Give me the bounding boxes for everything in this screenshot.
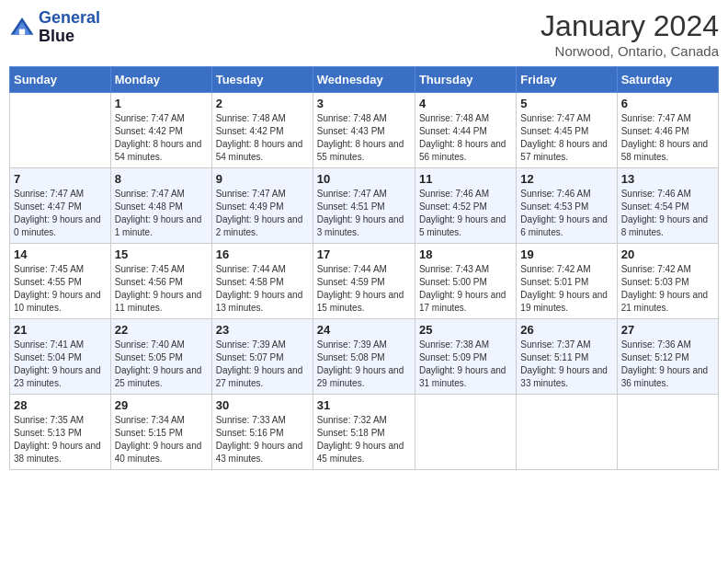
day-info: Sunrise: 7:48 AM Sunset: 4:44 PM Dayligh… (419, 112, 512, 164)
day-info: Sunrise: 7:47 AM Sunset: 4:46 PM Dayligh… (621, 112, 714, 164)
calendar-cell: 23Sunrise: 7:39 AM Sunset: 5:07 PM Dayli… (211, 319, 313, 395)
week-row-4: 21Sunrise: 7:41 AM Sunset: 5:04 PM Dayli… (10, 319, 719, 395)
day-info: Sunrise: 7:48 AM Sunset: 4:43 PM Dayligh… (317, 112, 411, 164)
day-number: 1 (115, 97, 208, 110)
calendar-cell (415, 395, 516, 470)
day-number: 24 (317, 323, 411, 337)
day-number: 11 (419, 172, 512, 186)
calendar-cell: 28Sunrise: 7:35 AM Sunset: 5:13 PM Dayli… (10, 395, 111, 470)
calendar-cell: 19Sunrise: 7:42 AM Sunset: 5:01 PM Dayli… (517, 244, 617, 319)
svg-rect-2 (19, 29, 25, 34)
day-number: 22 (115, 323, 208, 337)
calendar-cell: 7Sunrise: 7:47 AM Sunset: 4:47 PM Daylig… (10, 168, 111, 244)
day-info: Sunrise: 7:33 AM Sunset: 5:16 PM Dayligh… (216, 414, 309, 465)
day-info: Sunrise: 7:44 AM Sunset: 4:58 PM Dayligh… (216, 263, 309, 315)
calendar-cell: 8Sunrise: 7:47 AM Sunset: 4:48 PM Daylig… (110, 168, 211, 244)
calendar-cell: 24Sunrise: 7:39 AM Sunset: 5:08 PM Dayli… (313, 319, 415, 395)
calendar-cell: 17Sunrise: 7:44 AM Sunset: 4:59 PM Dayli… (313, 244, 415, 319)
day-info: Sunrise: 7:35 AM Sunset: 5:13 PM Dayligh… (14, 414, 107, 465)
day-info: Sunrise: 7:46 AM Sunset: 4:54 PM Dayligh… (621, 188, 714, 239)
day-info: Sunrise: 7:46 AM Sunset: 4:53 PM Dayligh… (520, 188, 612, 239)
calendar-cell: 12Sunrise: 7:46 AM Sunset: 4:53 PM Dayli… (517, 168, 617, 244)
header-cell-wednesday: Wednesday (313, 67, 415, 93)
calendar-cell: 6Sunrise: 7:47 AM Sunset: 4:46 PM Daylig… (617, 93, 718, 168)
calendar-cell: 11Sunrise: 7:46 AM Sunset: 4:52 PM Dayli… (415, 168, 516, 244)
day-number: 19 (520, 247, 612, 261)
day-number: 13 (621, 172, 714, 186)
day-number: 7 (14, 172, 107, 186)
calendar-cell (10, 93, 111, 168)
day-number: 23 (216, 323, 309, 337)
day-info: Sunrise: 7:47 AM Sunset: 4:49 PM Dayligh… (216, 188, 309, 239)
day-info: Sunrise: 7:47 AM Sunset: 4:42 PM Dayligh… (115, 112, 208, 164)
header-cell-thursday: Thursday (415, 67, 516, 93)
page-header: General Blue January 2024 Norwood, Ontar… (9, 9, 719, 59)
day-info: Sunrise: 7:36 AM Sunset: 5:12 PM Dayligh… (621, 339, 714, 390)
header-cell-friday: Friday (517, 67, 617, 93)
calendar-cell: 21Sunrise: 7:41 AM Sunset: 5:04 PM Dayli… (10, 319, 111, 395)
day-info: Sunrise: 7:40 AM Sunset: 5:05 PM Dayligh… (115, 339, 208, 390)
calendar-cell (617, 395, 718, 470)
calendar-subtitle: Norwood, Ontario, Canada (540, 43, 719, 59)
calendar-cell: 10Sunrise: 7:47 AM Sunset: 4:51 PM Dayli… (313, 168, 415, 244)
day-info: Sunrise: 7:46 AM Sunset: 4:52 PM Dayligh… (419, 188, 512, 239)
calendar-cell: 20Sunrise: 7:42 AM Sunset: 5:03 PM Dayli… (617, 244, 718, 319)
day-info: Sunrise: 7:47 AM Sunset: 4:51 PM Dayligh… (317, 188, 411, 239)
day-number: 31 (317, 398, 411, 412)
day-number: 14 (14, 247, 107, 261)
calendar-cell: 3Sunrise: 7:48 AM Sunset: 4:43 PM Daylig… (313, 93, 415, 168)
day-info: Sunrise: 7:45 AM Sunset: 4:56 PM Dayligh… (115, 263, 208, 315)
calendar-cell: 31Sunrise: 7:32 AM Sunset: 5:18 PM Dayli… (313, 395, 415, 470)
header-row: SundayMondayTuesdayWednesdayThursdayFrid… (10, 67, 719, 93)
day-number: 26 (520, 323, 612, 337)
day-info: Sunrise: 7:39 AM Sunset: 5:07 PM Dayligh… (216, 339, 309, 390)
day-number: 25 (419, 323, 512, 337)
header-cell-tuesday: Tuesday (211, 67, 313, 93)
day-number: 30 (216, 398, 309, 412)
day-info: Sunrise: 7:45 AM Sunset: 4:55 PM Dayligh… (14, 263, 107, 315)
day-number: 16 (216, 247, 309, 261)
day-info: Sunrise: 7:42 AM Sunset: 5:01 PM Dayligh… (520, 263, 612, 315)
day-number: 6 (621, 97, 714, 110)
logo-icon (9, 15, 35, 40)
calendar-cell: 26Sunrise: 7:37 AM Sunset: 5:11 PM Dayli… (517, 319, 617, 395)
day-info: Sunrise: 7:42 AM Sunset: 5:03 PM Dayligh… (621, 263, 714, 315)
day-info: Sunrise: 7:38 AM Sunset: 5:09 PM Dayligh… (419, 339, 512, 390)
header-cell-saturday: Saturday (617, 67, 718, 93)
day-number: 27 (621, 323, 714, 337)
day-number: 9 (216, 172, 309, 186)
day-info: Sunrise: 7:47 AM Sunset: 4:45 PM Dayligh… (520, 112, 612, 164)
day-info: Sunrise: 7:39 AM Sunset: 5:08 PM Dayligh… (317, 339, 411, 390)
day-info: Sunrise: 7:34 AM Sunset: 5:15 PM Dayligh… (115, 414, 208, 465)
day-info: Sunrise: 7:44 AM Sunset: 4:59 PM Dayligh… (317, 263, 411, 315)
day-number: 5 (520, 97, 612, 110)
calendar-cell: 27Sunrise: 7:36 AM Sunset: 5:12 PM Dayli… (617, 319, 718, 395)
calendar-cell: 25Sunrise: 7:38 AM Sunset: 5:09 PM Dayli… (415, 319, 516, 395)
calendar-cell: 5Sunrise: 7:47 AM Sunset: 4:45 PM Daylig… (517, 93, 617, 168)
day-number: 21 (14, 323, 107, 337)
calendar-cell (517, 395, 617, 470)
day-info: Sunrise: 7:41 AM Sunset: 5:04 PM Dayligh… (14, 339, 107, 390)
calendar-cell: 30Sunrise: 7:33 AM Sunset: 5:16 PM Dayli… (211, 395, 313, 470)
header-cell-monday: Monday (110, 67, 211, 93)
day-number: 8 (115, 172, 208, 186)
calendar-cell: 4Sunrise: 7:48 AM Sunset: 4:44 PM Daylig… (415, 93, 516, 168)
calendar-cell: 2Sunrise: 7:48 AM Sunset: 4:42 PM Daylig… (211, 93, 313, 168)
calendar-cell: 14Sunrise: 7:45 AM Sunset: 4:55 PM Dayli… (10, 244, 111, 319)
day-number: 4 (419, 97, 512, 110)
day-number: 10 (317, 172, 411, 186)
calendar-cell: 16Sunrise: 7:44 AM Sunset: 4:58 PM Dayli… (211, 244, 313, 319)
day-number: 12 (520, 172, 612, 186)
logo-text: General Blue (39, 9, 100, 46)
calendar-title: January 2024 (540, 9, 719, 43)
week-row-3: 14Sunrise: 7:45 AM Sunset: 4:55 PM Dayli… (10, 244, 719, 319)
day-info: Sunrise: 7:37 AM Sunset: 5:11 PM Dayligh… (520, 339, 612, 390)
day-info: Sunrise: 7:47 AM Sunset: 4:47 PM Dayligh… (14, 188, 107, 239)
day-number: 3 (317, 97, 411, 110)
calendar-cell: 15Sunrise: 7:45 AM Sunset: 4:56 PM Dayli… (110, 244, 211, 319)
day-number: 15 (115, 247, 208, 261)
day-number: 29 (115, 398, 208, 412)
calendar-cell: 22Sunrise: 7:40 AM Sunset: 5:05 PM Dayli… (110, 319, 211, 395)
day-number: 28 (14, 398, 107, 412)
day-info: Sunrise: 7:43 AM Sunset: 5:00 PM Dayligh… (419, 263, 512, 315)
